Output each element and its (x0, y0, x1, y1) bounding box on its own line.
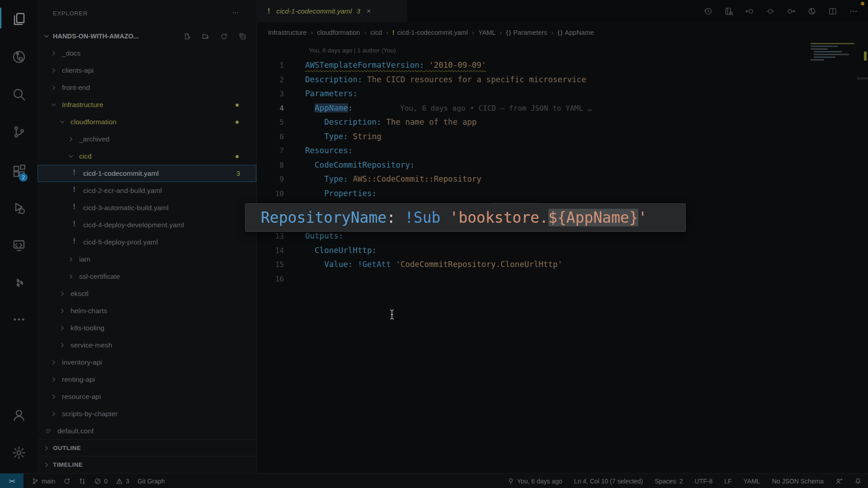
tree-folder-helm-charts[interactable]: helm-charts (38, 302, 256, 319)
line-number: 10 (256, 187, 284, 201)
chevron-right-icon (59, 324, 66, 332)
activity-bar-item-search[interactable] (0, 83, 38, 106)
tree-section-header[interactable]: HANDS-ON-WITH-AMAZO... (38, 28, 256, 45)
status-problems-warnings[interactable]: 3 (116, 478, 129, 485)
new-folder-icon[interactable] (202, 33, 209, 40)
account-icon (12, 408, 26, 422)
tree-item-label: cicd-4-deploy-development.yaml (83, 216, 184, 234)
code-line-16[interactable]: 16 (256, 272, 868, 286)
status-label: 0 (104, 478, 108, 485)
code-token: : (348, 103, 353, 113)
tree-folder-scripts-by-chapter[interactable]: scripts-by-chapter (38, 405, 256, 422)
activity-bar-item-source-control[interactable] (0, 120, 38, 144)
status-cursor-position[interactable]: Ln 4, Col 10 (7 selected) (574, 478, 643, 485)
status-encoding[interactable]: UTF-8 (695, 478, 713, 485)
tree-folder-resource-api[interactable]: resource-api (38, 388, 256, 405)
tree-folder-ssl-certificate[interactable]: ssl-certificate (38, 268, 256, 285)
code-line-5[interactable]: 5 Description: The name of the app (256, 115, 868, 130)
chevron-right-icon (59, 307, 66, 314)
status-gitlens-compare[interactable] (79, 478, 86, 485)
tree-folder-k8s-tooling[interactable]: k8s-tooling (38, 319, 256, 337)
collapse-all-icon[interactable] (239, 33, 246, 40)
tree-folder-service-mesh[interactable]: service-mesh (38, 337, 256, 354)
tree-file-cicd-4-deploy-development-yaml[interactable]: !cicd-4-deploy-development.yaml (38, 216, 256, 234)
code-line-7[interactable]: 7Resources: (256, 144, 868, 158)
tree-file-cicd-2-ecr-and-build-yaml[interactable]: !cicd-2-ecr-and-build.yaml (38, 182, 256, 199)
status-eol[interactable]: LF (724, 478, 731, 485)
tree-folder-renting-api[interactable]: renting-api (38, 371, 256, 388)
code-line-4[interactable]: 4 AppName:You, 6 days ago • CICD — from … (256, 101, 868, 116)
status-git-branch[interactable]: main (32, 478, 55, 485)
status-problems-errors[interactable]: 0 (94, 478, 108, 485)
code-line-6[interactable]: 6 Type: String (256, 130, 868, 144)
tree-folder-cloudformation[interactable]: cloudformation (38, 113, 256, 131)
status-json-schema[interactable]: No JSON Schema (772, 478, 824, 485)
chevron-right-icon (50, 393, 57, 400)
tree-folder-eksctl[interactable]: eksctl (38, 285, 256, 302)
activity-bar-item-more-views[interactable] (0, 308, 38, 331)
tree-folder-iam[interactable]: iam (38, 251, 256, 268)
status-blame-info[interactable]: You, 6 days ago (507, 478, 562, 485)
tree-folder-infrastructure[interactable]: Infrastructure (38, 96, 256, 113)
activity-bar-item-remote-explorer[interactable] (0, 234, 38, 257)
line-number: 3 (256, 87, 284, 101)
tree-folder-cicd[interactable]: cicd (38, 148, 256, 165)
code-line-1[interactable]: 1AWSTemplateFormatVersion: '2010-09-09' (256, 58, 868, 73)
status-label: You, 6 days ago (517, 478, 562, 485)
activity-bar-item-gitlens[interactable] (0, 45, 38, 69)
tree-item-label: cloudformation (71, 113, 117, 131)
tree-file-cicd-5-deploy-prod-yaml[interactable]: !cicd-5-deploy-prod.yaml (38, 234, 256, 251)
zoom-token (396, 209, 405, 226)
status-indentation[interactable]: Spaces: 2 (655, 478, 683, 485)
code-line-2[interactable]: 2Description: The CICD resources for a s… (256, 73, 868, 87)
sidebar-panel-timeline[interactable]: TIMELINE (38, 456, 256, 473)
zoom-token: RepositoryName (261, 209, 387, 226)
tree-folder-front-end[interactable]: front-end (38, 79, 256, 96)
sidebar-panel-outline[interactable]: OUTLINE (38, 439, 256, 457)
selected-text: AppName (315, 103, 348, 113)
tree-item-label: scripts-by-chapter (62, 405, 118, 422)
status-git-sync[interactable] (63, 478, 71, 485)
warning-mark-icon: ! (71, 220, 78, 229)
code-token (305, 174, 324, 183)
tree-file-cicd-1-codecommit-yaml[interactable]: !cicd-1-codecommit.yaml3 (38, 165, 256, 182)
status-language-mode[interactable]: YAML (744, 478, 760, 485)
refresh-icon[interactable] (220, 33, 228, 40)
ellipsis-icon (12, 312, 26, 327)
code-line-3[interactable]: 3Parameters: (256, 87, 868, 101)
code-line-14[interactable]: 14 CloneUrlHttp: (256, 244, 868, 258)
chevron-right-icon (67, 136, 75, 143)
status-feedback[interactable] (835, 478, 843, 485)
status-notifications[interactable] (854, 478, 862, 485)
terraform-icon (12, 276, 26, 291)
explorer-sidebar: EXPLORER HANDS-ON-WITH-AMAZO... _docscli… (38, 0, 257, 473)
new-file-icon[interactable] (183, 33, 191, 40)
ellipsis-icon[interactable] (232, 9, 239, 16)
remote-indicator[interactable]: >< (0, 474, 24, 488)
code-line-15[interactable]: 15 Value: !GetAtt 'CodeCommitRepository.… (256, 258, 868, 272)
tree-item-label: renting-api (62, 371, 95, 388)
activity-bar-item-explorer[interactable] (0, 7, 38, 31)
status-label: No JSON Schema (772, 478, 824, 485)
code-editor[interactable]: You, 6 days ago | 1 author (You) 1AWSTem… (256, 0, 868, 473)
activity-bar-item-settings[interactable] (0, 441, 38, 465)
code-text: AppName: (305, 101, 353, 116)
code-line-8[interactable]: 8 CodeCommitRepository: (256, 158, 868, 173)
tree-folder--docs[interactable]: _docs (38, 45, 256, 62)
status-git-graph[interactable]: Git Graph (137, 478, 165, 485)
tree-folder--archived[interactable]: _archived (38, 131, 256, 148)
tree-file-cicd-3-automatic-build-yaml[interactable]: !cicd-3-automatic-build.yaml (38, 199, 256, 216)
code-line-9[interactable]: 9 Type: AWS::CodeCommit::Repository (256, 172, 868, 187)
minimap-slider[interactable] (857, 77, 868, 80)
tree-folder-inventory-api[interactable]: inventory-api (38, 354, 256, 371)
tree-folder-clients-api[interactable]: clients-api (38, 62, 256, 79)
activity-bar-item-extensions[interactable]: 2 (0, 160, 38, 183)
activity-bar-item-terraform[interactable] (0, 272, 38, 295)
code-line-10[interactable]: 10 Properties: (256, 187, 868, 201)
tree-file-default-conf[interactable]: default.conf (38, 422, 256, 440)
activity-bar-item-run-and-debug[interactable] (0, 196, 38, 220)
activity-bar-item-accounts[interactable] (0, 404, 38, 427)
line-number: 7 (256, 144, 284, 158)
minimap-code-line (811, 48, 828, 50)
tree-item-label: Infrastructure (62, 96, 103, 113)
